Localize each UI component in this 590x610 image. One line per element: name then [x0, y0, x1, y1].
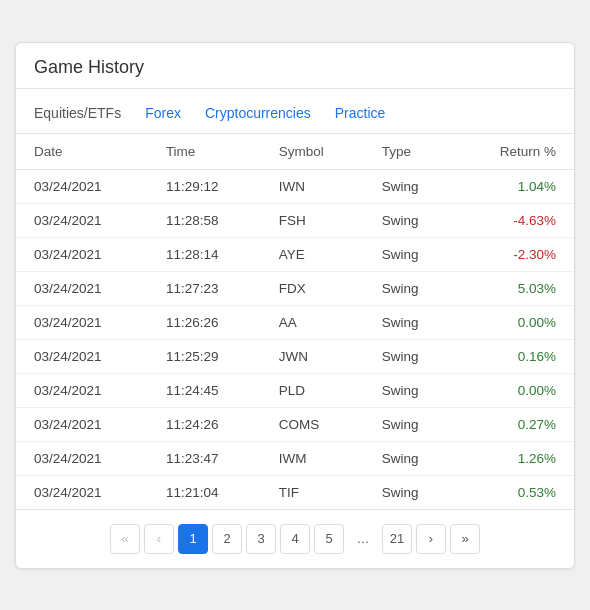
cell-symbol: FSH — [261, 203, 364, 237]
cell-type: Swing — [364, 271, 457, 305]
tab-practice[interactable]: Practice — [335, 99, 386, 133]
cell-type: Swing — [364, 441, 457, 475]
cell-time: 11:29:12 — [148, 169, 261, 203]
cell-type: Swing — [364, 169, 457, 203]
pagination: « ‹ 1 2 3 4 5 … 21 › » — [16, 509, 574, 568]
cell-symbol: FDX — [261, 271, 364, 305]
cell-return: -4.63% — [456, 203, 574, 237]
table-body: 03/24/2021 11:29:12 IWN Swing 1.04% 03/2… — [16, 169, 574, 509]
pagination-prev[interactable]: ‹ — [144, 524, 174, 554]
cell-symbol: JWN — [261, 339, 364, 373]
cell-time: 11:24:26 — [148, 407, 261, 441]
cell-time: 11:28:58 — [148, 203, 261, 237]
cell-type: Swing — [364, 237, 457, 271]
pagination-ellipsis: … — [348, 524, 378, 554]
cell-type: Swing — [364, 475, 457, 509]
history-table: Date Time Symbol Type Return % 03/24/202… — [16, 134, 574, 509]
cell-symbol: PLD — [261, 373, 364, 407]
table-row: 03/24/2021 11:23:47 IWM Swing 1.26% — [16, 441, 574, 475]
card-header: Game History — [16, 43, 574, 89]
cell-time: 11:25:29 — [148, 339, 261, 373]
cell-return: 5.03% — [456, 271, 574, 305]
table-row: 03/24/2021 11:21:04 TIF Swing 0.53% — [16, 475, 574, 509]
cell-return: 0.00% — [456, 305, 574, 339]
table-row: 03/24/2021 11:28:14 AYE Swing -2.30% — [16, 237, 574, 271]
cell-time: 11:27:23 — [148, 271, 261, 305]
col-time: Time — [148, 134, 261, 170]
table-row: 03/24/2021 11:24:45 PLD Swing 0.00% — [16, 373, 574, 407]
cell-return: 1.04% — [456, 169, 574, 203]
pagination-page-5[interactable]: 5 — [314, 524, 344, 554]
cell-return: 0.27% — [456, 407, 574, 441]
cell-date: 03/24/2021 — [16, 271, 148, 305]
table-row: 03/24/2021 11:24:26 COMS Swing 0.27% — [16, 407, 574, 441]
tab-cryptocurrencies[interactable]: Cryptocurrencies — [205, 99, 311, 133]
pagination-page-1[interactable]: 1 — [178, 524, 208, 554]
cell-return: 1.26% — [456, 441, 574, 475]
cell-symbol: IWM — [261, 441, 364, 475]
cell-time: 11:23:47 — [148, 441, 261, 475]
cell-symbol: AA — [261, 305, 364, 339]
cell-symbol: COMS — [261, 407, 364, 441]
game-history-card: Game History Equities/ETFs Forex Cryptoc… — [15, 42, 575, 569]
cell-time: 11:21:04 — [148, 475, 261, 509]
cell-type: Swing — [364, 339, 457, 373]
cell-type: Swing — [364, 203, 457, 237]
cell-time: 11:24:45 — [148, 373, 261, 407]
cell-date: 03/24/2021 — [16, 373, 148, 407]
cell-symbol: AYE — [261, 237, 364, 271]
cell-time: 11:28:14 — [148, 237, 261, 271]
tab-equities[interactable]: Equities/ETFs — [34, 99, 121, 133]
cell-date: 03/24/2021 — [16, 169, 148, 203]
pagination-page-3[interactable]: 3 — [246, 524, 276, 554]
pagination-next[interactable]: › — [416, 524, 446, 554]
pagination-page-21[interactable]: 21 — [382, 524, 412, 554]
col-symbol: Symbol — [261, 134, 364, 170]
cell-date: 03/24/2021 — [16, 339, 148, 373]
cell-symbol: IWN — [261, 169, 364, 203]
cell-return: 0.16% — [456, 339, 574, 373]
cell-type: Swing — [364, 373, 457, 407]
cell-symbol: TIF — [261, 475, 364, 509]
cell-date: 03/24/2021 — [16, 203, 148, 237]
cell-date: 03/24/2021 — [16, 441, 148, 475]
tab-bar: Equities/ETFs Forex Cryptocurrencies Pra… — [16, 89, 574, 134]
col-return: Return % — [456, 134, 574, 170]
cell-type: Swing — [364, 407, 457, 441]
table-row: 03/24/2021 11:26:26 AA Swing 0.00% — [16, 305, 574, 339]
pagination-first[interactable]: « — [110, 524, 140, 554]
cell-date: 03/24/2021 — [16, 237, 148, 271]
cell-date: 03/24/2021 — [16, 305, 148, 339]
page-title: Game History — [34, 57, 144, 77]
col-type: Type — [364, 134, 457, 170]
table-row: 03/24/2021 11:29:12 IWN Swing 1.04% — [16, 169, 574, 203]
cell-return: 0.53% — [456, 475, 574, 509]
cell-return: 0.00% — [456, 373, 574, 407]
table-row: 03/24/2021 11:28:58 FSH Swing -4.63% — [16, 203, 574, 237]
pagination-last[interactable]: » — [450, 524, 480, 554]
tab-forex[interactable]: Forex — [145, 99, 181, 133]
cell-date: 03/24/2021 — [16, 475, 148, 509]
col-date: Date — [16, 134, 148, 170]
cell-date: 03/24/2021 — [16, 407, 148, 441]
table-header-row: Date Time Symbol Type Return % — [16, 134, 574, 170]
table-row: 03/24/2021 11:27:23 FDX Swing 5.03% — [16, 271, 574, 305]
pagination-page-4[interactable]: 4 — [280, 524, 310, 554]
pagination-page-2[interactable]: 2 — [212, 524, 242, 554]
cell-return: -2.30% — [456, 237, 574, 271]
table-row: 03/24/2021 11:25:29 JWN Swing 0.16% — [16, 339, 574, 373]
cell-type: Swing — [364, 305, 457, 339]
cell-time: 11:26:26 — [148, 305, 261, 339]
